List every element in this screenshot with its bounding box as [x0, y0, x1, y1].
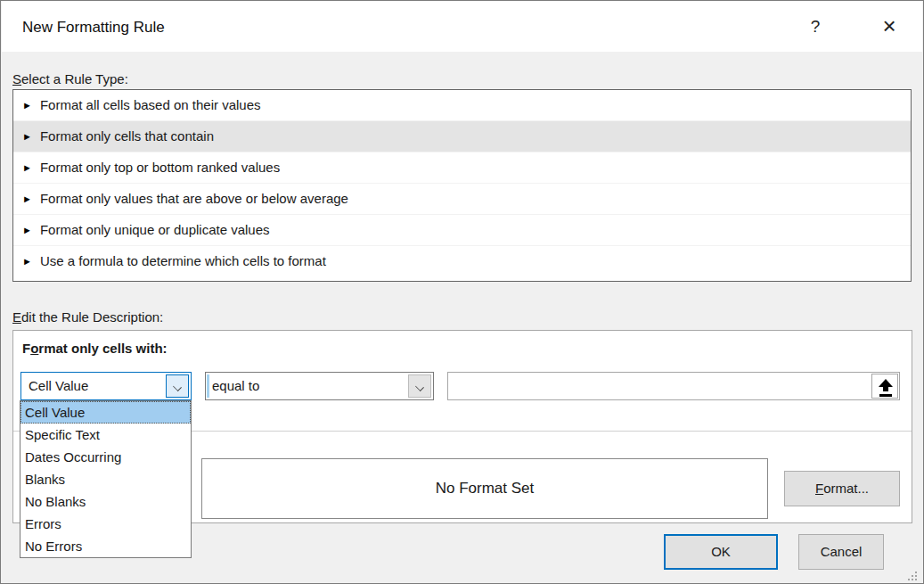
help-icon[interactable]: ?	[799, 13, 831, 40]
cancel-button[interactable]: Cancel	[798, 534, 884, 570]
value-reference-field	[447, 372, 900, 400]
close-icon[interactable]: ×	[871, 10, 908, 42]
dropdown-option-cell-value[interactable]: Cell Value	[20, 401, 191, 424]
text-caret	[207, 374, 209, 398]
rule-type-list: ►Format all cells based on their values …	[12, 89, 912, 282]
operator-dropdown-button[interactable]	[408, 374, 431, 398]
chevron-down-icon	[416, 383, 423, 391]
item-arrow-icon: ►	[22, 162, 32, 173]
resize-grip[interactable]	[906, 570, 919, 582]
item-arrow-icon: ►	[22, 256, 32, 267]
cell-type-dropdown-list: Cell Value Specific Text Dates Occurring…	[20, 400, 192, 558]
collapse-range-icon	[878, 379, 894, 399]
chevron-down-icon	[174, 383, 181, 391]
operator-combobox[interactable]: equal to	[205, 372, 434, 400]
rule-type-item-unique-duplicate[interactable]: ►Format only unique or duplicate values	[13, 215, 911, 246]
dropdown-option-no-errors[interactable]: No Errors	[20, 535, 191, 557]
dropdown-option-blanks[interactable]: Blanks	[20, 468, 191, 490]
cell-type-combobox-value: Cell Value	[29, 373, 88, 399]
format-button[interactable]: Format...	[784, 471, 900, 506]
item-arrow-icon: ►	[22, 131, 32, 142]
rule-type-label: Select a Rule Type:	[12, 71, 128, 86]
format-only-cells-with-label: Format only cells with:	[22, 341, 168, 356]
rule-type-item-cell-values[interactable]: ►Format all cells based on their values	[13, 90, 911, 121]
title-bar: New Formatting Rule ? ×	[2, 1, 922, 52]
rule-type-item-top-bottom[interactable]: ►Format only top or bottom ranked values	[13, 152, 911, 184]
item-arrow-icon: ►	[22, 193, 32, 204]
collapse-dialog-button[interactable]	[871, 374, 898, 399]
dropdown-option-no-blanks[interactable]: No Blanks	[20, 490, 191, 513]
dropdown-option-errors[interactable]: Errors	[20, 513, 191, 535]
cell-type-combobox[interactable]: Cell Value	[20, 372, 192, 400]
operator-combobox-value: equal to	[212, 373, 259, 399]
format-preview: No Format Set	[201, 458, 768, 519]
cell-type-dropdown-button[interactable]	[166, 374, 189, 398]
ok-button[interactable]: OK	[664, 534, 778, 570]
item-arrow-icon: ►	[22, 100, 32, 111]
rule-type-item-formula[interactable]: ►Use a formula to determine which cells …	[13, 246, 911, 276]
item-arrow-icon: ►	[22, 225, 32, 235]
dialog-title: New Formatting Rule	[22, 19, 165, 37]
value-input[interactable]	[449, 374, 868, 399]
rule-type-item-above-below-average[interactable]: ►Format only values that are above or be…	[13, 184, 911, 215]
new-formatting-rule-dialog: New Formatting Rule ? × Select a Rule Ty…	[0, 0, 924, 584]
dropdown-option-specific-text[interactable]: Specific Text	[20, 424, 191, 446]
dropdown-option-dates-occurring[interactable]: Dates Occurring	[20, 446, 191, 468]
rule-description-label: Edit the Rule Description:	[12, 309, 163, 325]
rule-type-item-cells-that-contain[interactable]: ►Format only cells that contain	[13, 121, 911, 152]
